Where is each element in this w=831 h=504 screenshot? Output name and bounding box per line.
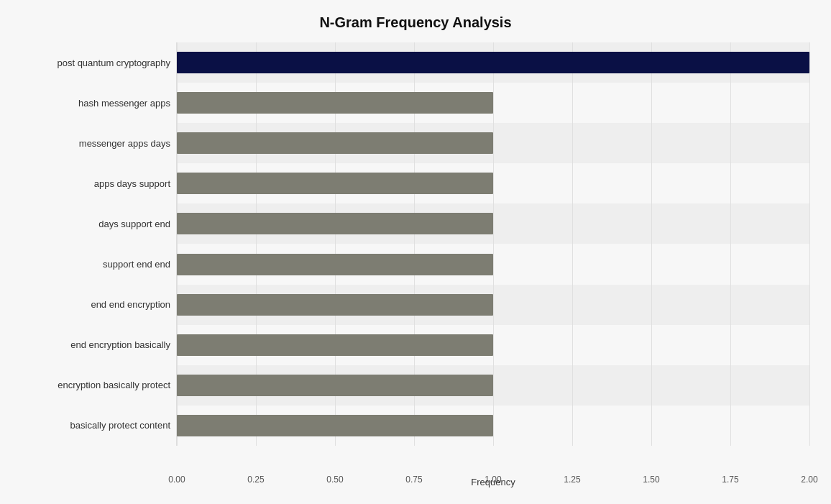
bar — [177, 254, 493, 275]
bar-row — [177, 331, 809, 359]
grid-line — [809, 42, 810, 446]
y-label: support end end — [22, 260, 170, 269]
bar — [177, 52, 809, 73]
bar-row — [177, 210, 809, 237]
bar — [177, 294, 493, 316]
bar — [177, 132, 493, 154]
bar-row — [177, 129, 809, 157]
bar — [177, 173, 493, 194]
bar — [177, 415, 493, 436]
y-label: end end encryption — [22, 300, 170, 309]
bar-row — [177, 251, 809, 278]
y-label: basically protect content — [22, 421, 170, 430]
y-label: days support end — [22, 219, 170, 229]
bar — [177, 375, 493, 396]
bar-row — [177, 49, 809, 76]
y-label: apps days support — [22, 179, 170, 188]
y-label: post quantum cryptography — [22, 58, 170, 68]
bar-row — [177, 170, 809, 197]
chart-area: post quantum cryptographyhash messenger … — [22, 42, 809, 446]
y-label: encryption basically protect — [22, 380, 170, 390]
bar — [177, 213, 493, 234]
y-label: end encryption basically — [22, 340, 170, 349]
bar-row — [177, 372, 809, 399]
bar-row — [177, 89, 809, 116]
plot-area: 0.000.250.500.751.001.251.501.752.00 Fre… — [176, 42, 809, 446]
bar — [177, 92, 493, 114]
bar-row — [177, 412, 809, 439]
chart-title: N-Gram Frequency Analysis — [22, 14, 809, 31]
y-axis: post quantum cryptographyhash messenger … — [22, 42, 176, 446]
bar — [177, 334, 493, 356]
x-axis-label: Frequency — [177, 477, 809, 487]
bar-row — [177, 291, 809, 319]
y-label: messenger apps days — [22, 139, 170, 148]
chart-container: N-Gram Frequency Analysis post quantum c… — [0, 0, 831, 504]
y-label: hash messenger apps — [22, 98, 170, 108]
